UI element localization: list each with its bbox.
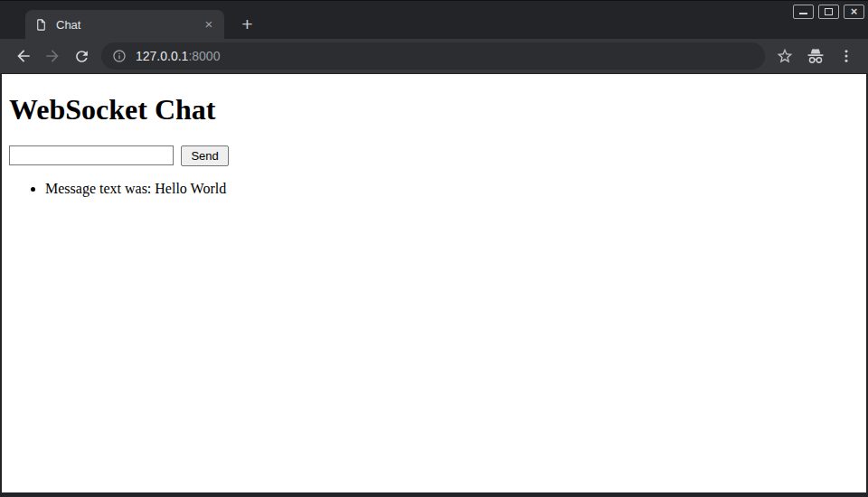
info-icon — [112, 49, 127, 63]
page-title: WebSocket Chat — [9, 93, 859, 127]
message-input[interactable] — [9, 145, 174, 165]
page-content: WebSocket Chat Send Message text was: He… — [2, 74, 866, 492]
minimize-button[interactable] — [793, 5, 814, 19]
back-button[interactable] — [11, 43, 36, 69]
incognito-indicator — [803, 43, 828, 69]
send-button[interactable]: Send — [181, 145, 228, 166]
incognito-icon — [806, 46, 826, 66]
maximize-icon — [825, 8, 833, 15]
minimize-icon — [799, 13, 807, 14]
browser-window: Chat × + × — [0, 1, 868, 497]
maximize-button[interactable] — [818, 5, 839, 19]
message-list: Message text was: Hello World — [9, 181, 859, 197]
kebab-menu-icon — [838, 48, 854, 64]
close-button[interactable]: × — [844, 5, 864, 19]
message-list-item: Message text was: Hello World — [45, 181, 859, 197]
address-bar[interactable]: 127.0.0.1:8000 — [101, 42, 765, 70]
message-form: Send — [9, 145, 859, 166]
forward-button[interactable] — [40, 43, 65, 69]
document-icon — [34, 18, 48, 32]
browser-menu-button[interactable] — [834, 43, 859, 69]
star-icon — [776, 47, 794, 65]
url-port: :8000 — [188, 49, 220, 63]
bookmark-button[interactable] — [772, 43, 797, 69]
url-host: 127.0.0.1 — [136, 49, 188, 63]
tab-title: Chat — [56, 18, 201, 32]
tab-close-icon[interactable]: × — [201, 16, 217, 33]
forward-arrow-icon — [43, 47, 61, 65]
back-arrow-icon — [14, 47, 33, 65]
new-tab-button[interactable]: + — [235, 13, 259, 37]
navigation-toolbar: 127.0.0.1:8000 — [0, 39, 868, 73]
tab-chat[interactable]: Chat × — [25, 10, 224, 39]
window-close-icon: × — [851, 5, 858, 18]
url-text: 127.0.0.1:8000 — [136, 49, 220, 63]
tab-strip: Chat × + × — [0, 1, 868, 39]
reload-icon — [73, 48, 90, 65]
window-controls: × — [793, 5, 864, 19]
reload-button[interactable] — [69, 43, 94, 69]
